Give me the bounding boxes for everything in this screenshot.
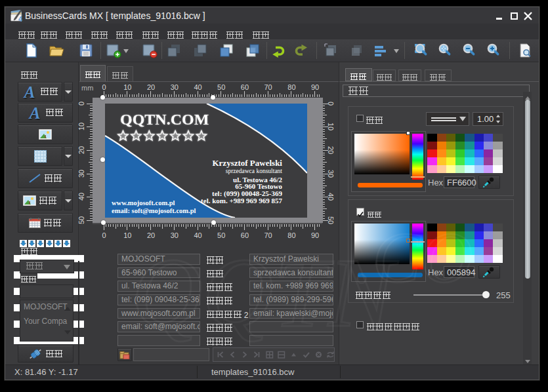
svg-text:Krzysztof Pawelski: Krzysztof Pawelski: [212, 158, 282, 168]
svg-text:sprzedawca konsultant: sprzedawca konsultant: [226, 168, 283, 174]
svg-text:tel. kom. +989 969 969 857: tel. kom. +989 969 969 857: [201, 197, 282, 205]
svg-text:A: A: [28, 106, 41, 120]
svg-text:QQTN.COM: QQTN.COM: [120, 111, 209, 128]
svg-text:A: A: [23, 85, 35, 99]
svg-text:4: 4: [18, 15, 23, 22]
svg-text:email: soft@mojosoft.com.pl: email: soft@mojosoft.com.pl: [112, 207, 196, 214]
svg-text:www.mojosoft.com.pl: www.mojosoft.com.pl: [112, 199, 175, 206]
